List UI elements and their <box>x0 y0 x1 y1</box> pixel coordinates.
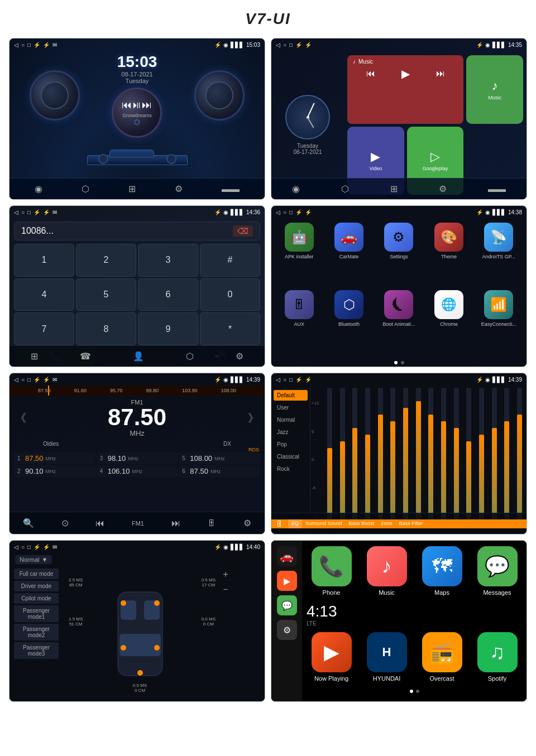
s8-overcast-app[interactable]: 📻 Overcast <box>417 632 467 683</box>
app-easyconn[interactable]: 📶 EasyConnecti... <box>476 290 522 354</box>
tab-eq[interactable]: EQ <box>288 519 302 528</box>
dial-0[interactable]: 0 <box>200 278 260 311</box>
app-android[interactable]: 📡 AndroiTS GP... <box>476 223 522 287</box>
s8-messages-app[interactable]: 💬 Messages <box>472 546 522 597</box>
nav-icon-s2[interactable]: ◉ <box>292 184 300 194</box>
scan-icon[interactable]: ⊙ <box>61 518 69 528</box>
eq-bar-30[interactable] <box>337 388 348 522</box>
eq-bar-175[interactable] <box>463 388 475 522</box>
settings-dial-icon[interactable]: ⚙ <box>236 351 243 362</box>
preset-jazz[interactable]: Jazz <box>274 427 308 437</box>
prev-icon[interactable]: ⏮ <box>95 518 104 528</box>
eq-bar-275[interactable] <box>501 388 513 522</box>
s8-hyundai-app[interactable]: H HYUNDAI <box>362 632 411 683</box>
s8-nowplaying-app[interactable]: ▶ Now Playing <box>307 632 356 683</box>
s8-now-playing-sidebar[interactable]: ▶ <box>277 571 297 591</box>
play-btn[interactable]: ▶ <box>401 67 410 80</box>
eq-bar-315[interactable] <box>514 388 525 522</box>
eq-bar-235[interactable] <box>489 388 500 522</box>
preset-3[interactable]: 3 98.10 MHz <box>97 452 178 464</box>
contacts-icon[interactable]: 👤 <box>133 351 144 362</box>
app-boot[interactable]: ⏾ Boot Animati... <box>376 290 422 354</box>
app-settings[interactable]: ⚙ Settings <box>376 223 422 287</box>
app-bt[interactable]: ⬡ Bluetooth <box>326 290 372 354</box>
preset-user[interactable]: User <box>274 402 308 413</box>
preset-2[interactable]: 2 90.10 MHz <box>14 465 95 477</box>
dial-7[interactable]: 7 <box>14 312 74 345</box>
plus-icon[interactable]: ＋ <box>221 569 260 580</box>
preset-6[interactable]: 6 87.50 MHz <box>179 465 260 477</box>
s7-mode-select[interactable]: Normal ▼ <box>15 555 52 564</box>
dialpad-icon[interactable]: ⊞ <box>31 351 38 362</box>
s8-phone-app[interactable]: 📞 Phone <box>307 546 356 597</box>
dial-hash[interactable]: # <box>200 244 260 277</box>
s7-preset-fullcar[interactable]: Full car mode <box>14 569 59 579</box>
s7-preset-pass2[interactable]: Passenger mode2 <box>14 624 59 641</box>
s7-preset-cpilot[interactable]: Cpilot mode <box>14 593 59 604</box>
dial-3[interactable]: 3 <box>138 244 198 277</box>
bt-icon-s3[interactable]: ⬡ <box>186 351 194 362</box>
s1-play-knob[interactable]: ⏮⏯⏭ Snowdreams ⬡ <box>112 88 162 138</box>
apps-icon-s2[interactable]: ⊞ <box>390 184 398 194</box>
next-freq-btn[interactable]: 》 <box>248 411 259 426</box>
bt-icon[interactable]: ⬡ <box>82 184 89 194</box>
preset-normal[interactable]: Normal <box>274 415 308 425</box>
app-chrome[interactable]: 🌐 Chrome <box>425 290 472 354</box>
band-label[interactable]: FM1 <box>132 520 144 527</box>
preset-4[interactable]: 4 106.10 MHz <box>97 465 178 477</box>
preset-1[interactable]: 1 87.50 MHz <box>14 452 95 464</box>
s8-music-app[interactable]: ♪ Music <box>362 546 411 597</box>
tab-bass-boost[interactable]: Bass Boost <box>346 519 378 528</box>
search-icon-s5[interactable]: 🔍 <box>23 518 34 528</box>
next-btn[interactable]: ⏭ <box>436 69 445 79</box>
app-theme[interactable]: 🎨 Theme <box>425 223 472 287</box>
eq-icon-s5[interactable]: 🎚 <box>207 518 216 528</box>
tab-bass-filter[interactable]: Bass Filter <box>396 519 427 528</box>
prev-freq-btn[interactable]: 《 <box>15 411 26 426</box>
settings-icon-s5[interactable]: ⚙ <box>243 518 251 528</box>
minus-icon[interactable]: － <box>221 584 260 595</box>
delete-button[interactable]: ⌫ <box>233 225 253 237</box>
eq-bar-70[interactable] <box>387 388 399 522</box>
call-icon[interactable]: ☎ <box>80 351 91 362</box>
s1-right-knob[interactable] <box>194 70 245 121</box>
eq-bar-50[interactable] <box>362 388 374 522</box>
s8-carplay-icon[interactable]: 🚗 <box>277 546 297 566</box>
eq-bar-40[interactable] <box>349 388 361 522</box>
eq-bar-60[interactable] <box>375 388 386 522</box>
music-widget[interactable]: ♪ Music ⏮ ▶ ⏭ <box>347 55 463 124</box>
preset-classical[interactable]: Classical <box>274 451 308 462</box>
eq-bar-125[interactable] <box>438 388 449 522</box>
settings-icon[interactable]: ⚙ <box>175 184 183 194</box>
media-icon-s2[interactable]: ▬▬ <box>488 184 506 194</box>
dial-6[interactable]: 6 <box>138 278 198 311</box>
app-carmate[interactable]: 🚗 CarMate <box>326 223 372 287</box>
eq-bar-20[interactable] <box>324 388 336 522</box>
prev-btn[interactable]: ⏮ <box>366 69 375 79</box>
media-icon[interactable]: ▬▬ <box>222 184 240 194</box>
preset-default[interactable]: Default <box>274 390 308 401</box>
settings-icon-s2[interactable]: ⚙ <box>439 184 447 194</box>
dial-star[interactable]: * <box>200 312 260 345</box>
dial-5[interactable]: 5 <box>76 278 136 311</box>
next-icon[interactable]: ⏭ <box>171 518 180 528</box>
preset-pop[interactable]: Pop <box>274 439 308 450</box>
apps-icon[interactable]: ⊞ <box>128 184 136 194</box>
eq-bar-80[interactable] <box>400 388 411 522</box>
app-aux[interactable]: 🎚 AUX <box>276 290 322 354</box>
s7-preset-pass3[interactable]: Passenger mode3 <box>14 642 59 659</box>
eq-bar-95[interactable] <box>413 388 424 522</box>
eq-settings-icon[interactable]: 🎚 <box>271 519 288 528</box>
tab-zone[interactable]: Zone <box>377 519 396 528</box>
eq-bar-200[interactable] <box>476 388 487 522</box>
s1-left-knob[interactable] <box>30 70 80 121</box>
tab-surround[interactable]: Surround Sound <box>302 519 346 528</box>
preset-5[interactable]: 5 108.00 MHz <box>179 452 260 464</box>
s8-messages-sidebar[interactable]: 💬 <box>277 595 297 615</box>
bt-icon-s2[interactable]: ⬡ <box>341 184 349 194</box>
app-apk[interactable]: 🤖 APK installer <box>276 223 322 287</box>
s8-settings-sidebar[interactable]: ⚙ <box>277 620 297 640</box>
music-app-icon[interactable]: ♪ Music <box>466 55 523 124</box>
dial-2[interactable]: 2 <box>76 244 136 277</box>
dial-8[interactable]: 8 <box>76 312 136 345</box>
